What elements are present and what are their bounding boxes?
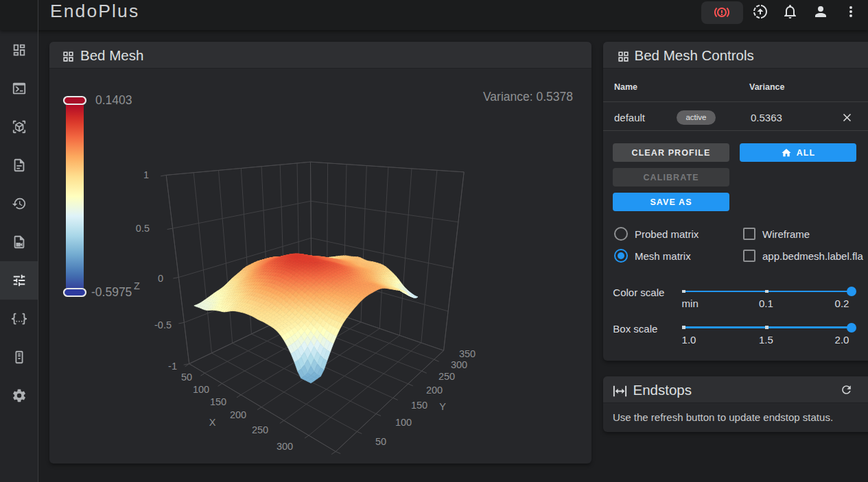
svg-text:50: 50 bbox=[375, 436, 386, 447]
svg-text:-1: -1 bbox=[168, 361, 177, 372]
svg-text:100: 100 bbox=[193, 384, 209, 395]
svg-text:300: 300 bbox=[451, 359, 467, 370]
svg-text:250: 250 bbox=[252, 424, 268, 435]
svg-text:0: 0 bbox=[158, 273, 163, 284]
svg-text:1: 1 bbox=[143, 169, 149, 180]
svg-text:250: 250 bbox=[438, 371, 455, 382]
svg-text:0.1403: 0.1403 bbox=[95, 93, 132, 107]
svg-text:100: 100 bbox=[395, 417, 412, 428]
svg-text:Variance: 0.5378: Variance: 0.5378 bbox=[483, 90, 573, 104]
svg-text:0.5: 0.5 bbox=[136, 223, 150, 234]
svg-text:-0.5975: -0.5975 bbox=[91, 285, 132, 299]
svg-text:Y: Y bbox=[439, 401, 446, 412]
svg-text:50: 50 bbox=[181, 372, 192, 383]
svg-text:150: 150 bbox=[411, 400, 427, 411]
svg-text:300: 300 bbox=[277, 441, 293, 452]
svg-text:-0.5: -0.5 bbox=[154, 320, 172, 330]
svg-text:200: 200 bbox=[230, 409, 246, 420]
svg-text:350: 350 bbox=[459, 348, 476, 359]
svg-text:Z: Z bbox=[134, 280, 140, 291]
svg-text:200: 200 bbox=[426, 385, 443, 396]
svg-text:X: X bbox=[209, 417, 216, 428]
svg-text:150: 150 bbox=[210, 396, 226, 407]
